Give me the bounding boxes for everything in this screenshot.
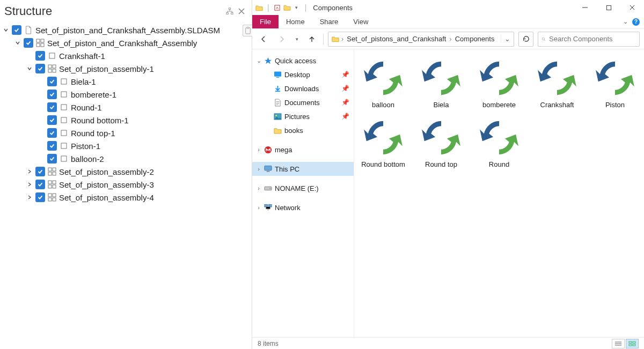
file-label: Biela bbox=[434, 101, 449, 109]
address-history-dropdown[interactable]: ⌄ bbox=[501, 35, 514, 43]
expander-icon[interactable] bbox=[25, 192, 34, 202]
breadcrumb-segment[interactable]: Components bbox=[453, 35, 497, 43]
files-area[interactable]: balloonBielabombereteCrankshaftPistonRou… bbox=[354, 49, 644, 337]
tree-row[interactable]: Set_of_piston_assembly-4 bbox=[1, 191, 250, 204]
navpane-item[interactable]: ›Network bbox=[252, 201, 354, 214]
expander-icon[interactable]: › bbox=[254, 166, 263, 172]
file-item[interactable]: balloon bbox=[357, 55, 409, 111]
view-icons-button[interactable] bbox=[626, 339, 639, 348]
expander-icon[interactable]: › bbox=[254, 204, 263, 211]
tree-row[interactable]: Piston-1 bbox=[1, 139, 250, 152]
navpane-item[interactable]: books bbox=[252, 123, 354, 137]
back-button[interactable] bbox=[257, 32, 270, 46]
svg-rect-8 bbox=[48, 65, 52, 68]
expander-icon[interactable] bbox=[25, 180, 34, 189]
ribbon-expand-icon[interactable]: ⌄ bbox=[623, 18, 628, 25]
tree-row[interactable]: Set_of_piston_assembly-3 bbox=[1, 178, 250, 191]
tree-node-label: Set_of_piston_and_Crankshaft_Assembly bbox=[47, 39, 197, 48]
tree-row[interactable]: Set_of_piston_and_Crankshaft_Assembly bbox=[1, 36, 250, 49]
qat-properties-icon[interactable] bbox=[274, 4, 281, 11]
breadcrumb-chevron-icon[interactable]: › bbox=[340, 35, 345, 43]
qat-newfolder-icon[interactable] bbox=[283, 4, 291, 11]
visibility-checkbox[interactable] bbox=[47, 154, 57, 164]
expander-icon[interactable]: › bbox=[254, 185, 263, 191]
document-icon bbox=[24, 25, 33, 35]
ribbon-tab-file[interactable]: File bbox=[252, 15, 279, 28]
search-box[interactable] bbox=[538, 32, 640, 47]
address-bar[interactable]: › Set_of_pistons_and_Crankshaft › Compon… bbox=[328, 32, 514, 47]
file-item[interactable]: Crankshaft bbox=[531, 55, 583, 111]
close-icon[interactable] bbox=[237, 7, 246, 16]
navpane-item[interactable]: Pictures📌 bbox=[252, 109, 354, 123]
visibility-checkbox[interactable] bbox=[47, 77, 57, 86]
file-item[interactable]: bomberete bbox=[473, 55, 525, 111]
file-item[interactable]: Round bbox=[473, 114, 525, 170]
qat-dropdown-icon[interactable]: ▾ bbox=[293, 4, 301, 11]
visibility-checkbox[interactable] bbox=[47, 102, 57, 112]
tree-row[interactable]: balloon-2 bbox=[1, 152, 250, 165]
recent-locations-button[interactable]: ▾ bbox=[293, 32, 301, 46]
close-button[interactable] bbox=[620, 0, 644, 15]
forward-button[interactable] bbox=[275, 32, 289, 46]
file-item[interactable]: Round bottom bbox=[357, 114, 409, 170]
svg-rect-33 bbox=[275, 5, 280, 10]
visibility-checkbox[interactable] bbox=[47, 115, 57, 125]
help-icon[interactable]: ? bbox=[632, 18, 640, 26]
expander-icon[interactable]: ⌄ bbox=[254, 57, 263, 64]
file-item[interactable]: Biela bbox=[415, 55, 467, 111]
svg-rect-14 bbox=[61, 105, 67, 110]
visibility-checkbox[interactable] bbox=[47, 90, 57, 99]
navpane-item[interactable]: Documents📌 bbox=[252, 95, 354, 109]
hierarchy-icon[interactable] bbox=[225, 7, 235, 16]
expander-icon[interactable]: › bbox=[254, 146, 263, 153]
visibility-checkbox[interactable] bbox=[35, 167, 45, 176]
expander-icon[interactable] bbox=[25, 64, 34, 73]
navpane-item[interactable]: ›mega bbox=[252, 143, 354, 157]
desktop-icon bbox=[273, 71, 282, 78]
maximize-button[interactable] bbox=[597, 0, 620, 15]
refresh-button[interactable] bbox=[518, 32, 533, 47]
expander-icon[interactable] bbox=[1, 25, 11, 35]
visibility-checkbox[interactable] bbox=[12, 25, 21, 35]
tree-row[interactable]: Biela-1 bbox=[1, 75, 250, 88]
tree-row[interactable]: Set_of_piston_assembly-1 bbox=[1, 62, 250, 75]
visibility-checkbox[interactable] bbox=[35, 180, 45, 189]
file-item[interactable]: Piston bbox=[589, 55, 641, 111]
navpane-label: NONAME (E:) bbox=[275, 184, 354, 192]
tree-row[interactable]: Round-1 bbox=[1, 101, 250, 114]
ribbon-tab-home[interactable]: Home bbox=[279, 15, 312, 28]
expander-icon[interactable] bbox=[13, 38, 23, 48]
navpane-item[interactable]: Downloads📌 bbox=[252, 81, 354, 95]
tree-row[interactable]: Set_of_piston_and_Crankshaft_Assembly.SL… bbox=[1, 24, 250, 36]
visibility-checkbox[interactable] bbox=[35, 192, 45, 202]
search-input[interactable] bbox=[549, 35, 639, 43]
expander-icon[interactable] bbox=[25, 167, 34, 176]
visibility-checkbox[interactable] bbox=[35, 64, 45, 73]
visibility-checkbox[interactable] bbox=[35, 51, 45, 61]
navpane-item[interactable]: ›This PC bbox=[252, 162, 354, 176]
tree-row[interactable]: Crankshaft-1 bbox=[1, 49, 250, 62]
svg-rect-26 bbox=[53, 185, 56, 188]
tree-row[interactable]: Round bottom-1 bbox=[1, 114, 250, 127]
visibility-checkbox[interactable] bbox=[47, 128, 57, 138]
tree-row[interactable]: bomberete-1 bbox=[1, 88, 250, 101]
up-button[interactable] bbox=[305, 32, 319, 46]
breadcrumb-chevron-icon[interactable]: › bbox=[448, 35, 452, 43]
clipboard-tab-icon[interactable] bbox=[243, 25, 252, 36]
tree-node-label: balloon-2 bbox=[71, 154, 104, 164]
ribbon-tab-view[interactable]: View bbox=[346, 15, 376, 28]
part-icon bbox=[59, 154, 69, 164]
breadcrumb-segment[interactable]: Set_of_pistons_and_Crankshaft bbox=[345, 35, 448, 43]
visibility-checkbox[interactable] bbox=[47, 141, 57, 151]
navpane-item[interactable]: Desktop📌 bbox=[252, 68, 354, 81]
view-details-button[interactable] bbox=[612, 339, 625, 348]
tree-row[interactable]: Round top-1 bbox=[1, 127, 250, 139]
navpane-item[interactable]: ›NONAME (E:) bbox=[252, 181, 354, 195]
file-item[interactable]: Round top bbox=[415, 114, 467, 170]
svg-rect-5 bbox=[36, 43, 40, 47]
tree-row[interactable]: Set_of_piston_assembly-2 bbox=[1, 165, 250, 178]
navpane-item[interactable]: ⌄Quick access bbox=[252, 54, 354, 68]
minimize-button[interactable] bbox=[573, 0, 597, 15]
visibility-checkbox[interactable] bbox=[24, 38, 33, 48]
ribbon-tab-share[interactable]: Share bbox=[312, 15, 346, 28]
